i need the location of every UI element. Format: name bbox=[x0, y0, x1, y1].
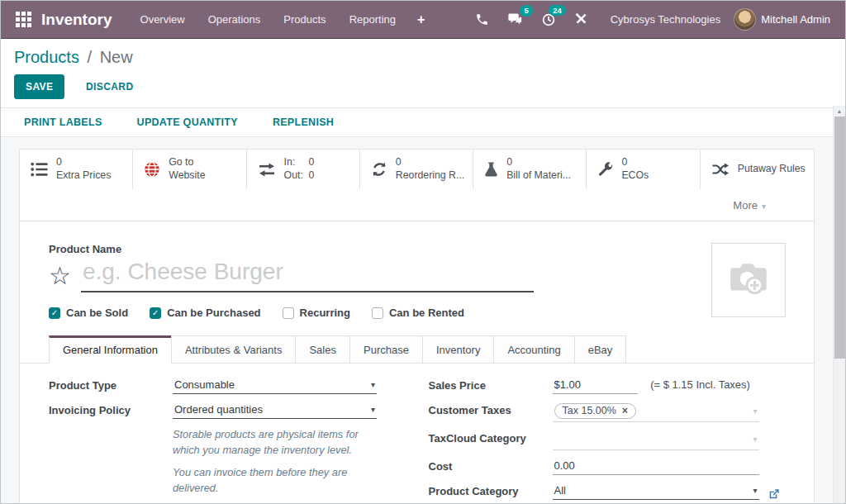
control-panel: Products / New SAVE DISCARD bbox=[1, 39, 845, 107]
scroll-up-arrow-icon[interactable]: ▲ bbox=[834, 106, 845, 116]
checkbox-checked-icon: ✓ bbox=[150, 307, 161, 319]
tab-ebay[interactable]: eBay bbox=[574, 335, 627, 364]
taxcloud-category-label: TaxCloud Category bbox=[429, 430, 553, 450]
camera-plus-icon bbox=[725, 260, 772, 300]
putaway-rules-button[interactable]: Putaway Rules bbox=[701, 150, 814, 189]
tab-general-information[interactable]: General Information bbox=[49, 335, 172, 364]
discard-button[interactable]: DISCARD bbox=[74, 74, 145, 99]
customer-taxes-label: Customer Taxes bbox=[429, 402, 553, 422]
customer-taxes-field[interactable]: Tax 15.00% × ▾ bbox=[553, 402, 759, 422]
plus-icon[interactable]: + bbox=[407, 12, 435, 27]
tab-accounting[interactable]: Accounting bbox=[493, 335, 574, 364]
bill-of-materials-button[interactable]: 0 Bill of Materi... bbox=[473, 150, 587, 189]
replenish-button[interactable]: REPLENISH bbox=[273, 116, 334, 128]
tab-attributes-variants[interactable]: Attributes & Variants bbox=[171, 335, 297, 364]
sales-price-label: Sales Price bbox=[429, 378, 553, 394]
recurring-checkbox[interactable]: Recurring bbox=[283, 307, 350, 319]
out-label: Out: bbox=[284, 169, 309, 183]
product-name-label: Product Name bbox=[49, 243, 785, 255]
cost-input[interactable]: 0.00 bbox=[553, 459, 759, 475]
tab-inventory[interactable]: Inventory bbox=[422, 335, 494, 364]
messages-badge: 5 bbox=[520, 5, 532, 17]
in-out-button[interactable]: In: 0 Out: 0 bbox=[247, 150, 360, 189]
website-line2: Website bbox=[169, 169, 205, 183]
menu-operations[interactable]: Operations bbox=[197, 1, 273, 39]
external-link-icon[interactable] bbox=[768, 488, 780, 500]
bom-label: Bill of Materi... bbox=[506, 169, 571, 183]
menu-products[interactable]: Products bbox=[272, 1, 337, 39]
favorite-star-icon[interactable]: ☆ bbox=[49, 264, 71, 288]
cost-label: Cost bbox=[429, 459, 553, 475]
tax-tag[interactable]: Tax 15.00% × bbox=[554, 403, 637, 419]
more-row: More▾ bbox=[20, 189, 814, 221]
phone-icon[interactable] bbox=[466, 12, 498, 26]
checkbox-checked-icon: ✓ bbox=[49, 307, 60, 319]
ecos-button[interactable]: 0 ECOs bbox=[587, 150, 700, 189]
invoicing-policy-select[interactable]: Ordered quantities ▾ bbox=[173, 402, 377, 419]
product-type-select[interactable]: Consumable ▾ bbox=[173, 378, 377, 394]
tools-icon[interactable] bbox=[565, 12, 597, 26]
breadcrumb-products-link[interactable]: Products bbox=[14, 48, 79, 66]
form-sheet: 0 Extra Prices Go to Website In: bbox=[19, 149, 815, 504]
menu-reporting[interactable]: Reporting bbox=[338, 1, 407, 39]
can-be-rented-checkbox[interactable]: Can be Rented bbox=[372, 307, 464, 319]
save-button[interactable]: SAVE bbox=[14, 74, 64, 99]
user-avatar[interactable] bbox=[734, 8, 756, 31]
reordering-label: Reordering R... bbox=[396, 169, 464, 183]
can-be-purchased-checkbox[interactable]: ✓ Can be Purchased bbox=[150, 307, 260, 319]
chevron-down-icon: ▾ bbox=[371, 380, 375, 389]
scrollbar-thumb[interactable] bbox=[834, 116, 845, 359]
content-area: 0 Extra Prices Go to Website In: bbox=[1, 137, 845, 504]
wrench-icon bbox=[597, 162, 613, 178]
chevron-down-icon[interactable]: ▾ bbox=[753, 407, 757, 416]
messages-icon[interactable]: 5 bbox=[498, 12, 532, 26]
form-left-column: Product Type Consumable ▾ Invoicing Poli… bbox=[49, 378, 406, 504]
reordering-count: 0 bbox=[396, 156, 464, 169]
in-label: In: bbox=[284, 156, 309, 169]
user-menu[interactable]: Mitchell Admin bbox=[761, 13, 837, 26]
putaway-label: Putaway Rules bbox=[738, 163, 806, 176]
chevron-down-icon: ▾ bbox=[371, 405, 375, 414]
sales-price-input[interactable]: $1.00 bbox=[553, 378, 638, 394]
tab-sales[interactable]: Sales bbox=[295, 335, 350, 364]
extra-prices-label: Extra Prices bbox=[56, 169, 111, 183]
globe-icon bbox=[144, 161, 160, 178]
more-button[interactable]: More▾ bbox=[733, 199, 766, 212]
product-name-input[interactable] bbox=[81, 259, 534, 292]
can-be-sold-checkbox[interactable]: ✓ Can be Sold bbox=[49, 307, 128, 319]
print-labels-button[interactable]: PRINT LABELS bbox=[24, 116, 102, 128]
tab-purchase[interactable]: Purchase bbox=[349, 335, 423, 364]
activities-icon[interactable]: 24 bbox=[532, 12, 565, 27]
activities-badge: 24 bbox=[549, 5, 566, 17]
remove-tag-icon[interactable]: × bbox=[622, 405, 628, 416]
company-switcher[interactable]: Cybrosys Technologies bbox=[597, 13, 734, 26]
product-name-section: Product Name ☆ ✓ Can be Sold ✓ Can be Pu… bbox=[20, 221, 814, 319]
field-help-text: Storable products are physical items for… bbox=[173, 427, 381, 496]
product-flags: ✓ Can be Sold ✓ Can be Purchased Recurri… bbox=[49, 307, 785, 319]
general-information-panel: Product Type Consumable ▾ Invoicing Poli… bbox=[20, 364, 814, 504]
chevron-down-icon[interactable]: ▾ bbox=[753, 435, 757, 444]
extra-prices-count: 0 bbox=[56, 156, 111, 169]
checkbox-unchecked-icon bbox=[283, 307, 294, 319]
in-value: 0 bbox=[309, 156, 315, 169]
breadcrumb-current: New bbox=[100, 48, 133, 66]
taxcloud-category-field[interactable]: ▾ bbox=[553, 430, 759, 450]
update-quantity-button[interactable]: UPDATE QUANTITY bbox=[137, 116, 238, 128]
extra-prices-button[interactable]: 0 Extra Prices bbox=[20, 150, 133, 189]
vertical-scrollbar[interactable]: ▲ bbox=[833, 106, 845, 503]
out-value: 0 bbox=[309, 169, 315, 183]
notebook-tabs: General Information Attributes & Variant… bbox=[20, 335, 814, 364]
apps-grid-icon[interactable] bbox=[16, 12, 31, 27]
odoo-inventory-window: { "glyphs": { "plus": "+", "caret_down":… bbox=[0, 0, 846, 504]
form-right-column: Sales Price $1.00 (= $ 1.15 Incl. Taxes)… bbox=[429, 378, 786, 504]
breadcrumb-separator: / bbox=[88, 48, 93, 66]
product-image-uploader[interactable] bbox=[711, 243, 786, 317]
go-to-website-button[interactable]: Go to Website bbox=[133, 150, 246, 189]
website-line1: Go to bbox=[169, 156, 205, 169]
menu-overview[interactable]: Overview bbox=[129, 1, 197, 39]
reordering-rules-button[interactable]: 0 Reordering R... bbox=[360, 150, 473, 189]
app-name[interactable]: Inventory bbox=[41, 11, 112, 29]
stat-button-row: 0 Extra Prices Go to Website In: bbox=[20, 150, 814, 189]
product-category-select[interactable]: All ▾ bbox=[553, 483, 759, 500]
statusbar: PRINT LABELS UPDATE QUANTITY REPLENISH bbox=[1, 107, 845, 137]
